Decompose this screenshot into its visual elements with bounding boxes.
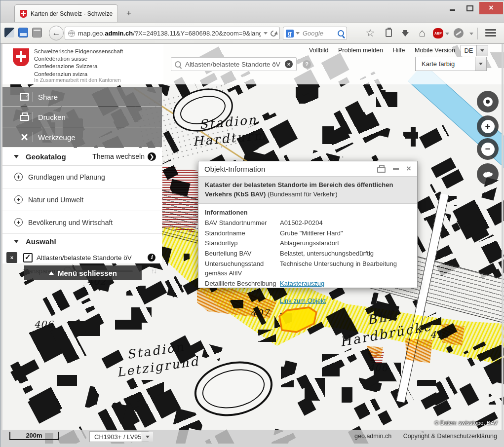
pinned-addon-icon-1[interactable] xyxy=(4,28,14,37)
clipboard-icon xyxy=(386,29,392,37)
adblock-dropdown-icon[interactable] xyxy=(445,33,449,35)
map-elevation-label: 406 xyxy=(34,319,53,330)
layer-info-icon[interactable]: i xyxy=(148,254,155,261)
auswahl-header[interactable]: Auswahl xyxy=(0,234,162,249)
geolocation-button[interactable] xyxy=(477,91,499,112)
chevron-down-icon xyxy=(14,155,19,158)
window-frame xyxy=(502,44,504,447)
reload-icon[interactable] xyxy=(270,29,278,37)
print-icon[interactable] xyxy=(377,167,386,173)
popup-title: Objekt-Information xyxy=(204,165,265,173)
google-icon[interactable]: g xyxy=(286,30,294,37)
link-hilfe[interactable]: Hilfe xyxy=(393,47,405,54)
tools-icon xyxy=(17,133,32,141)
page-content: StadionHardturm Bhf. Hardbrücke StadionL… xyxy=(0,44,504,444)
info-row: StandortnameGrube "Mittlerer Hard" xyxy=(205,229,411,238)
share-button[interactable]: → Share xyxy=(0,87,162,107)
link-zum-objekt-link[interactable]: Link zum Objekt xyxy=(280,297,326,304)
close-icon[interactable]: × xyxy=(406,165,411,173)
search-clear-icon[interactable]: × xyxy=(285,60,293,68)
info-row: Beurteilung BAVBelastet, untersuchungsbe… xyxy=(205,249,411,259)
catalog-item-grundlagen[interactable]: + Grundlagen und Planung xyxy=(0,166,162,188)
catalog-item-natur[interactable]: + Natur und Umwelt xyxy=(0,188,162,211)
catalog-item-bevoelkerung[interactable]: + Bevölkerung und Wirtschaft xyxy=(0,211,162,234)
search-engine-dropdown-icon[interactable] xyxy=(296,32,300,35)
minimize-icon[interactable] xyxy=(393,168,399,170)
toolbar-overflow-dropdown-icon[interactable] xyxy=(469,33,473,35)
downloads-icon[interactable] xyxy=(398,27,412,39)
window-maximize-button[interactable] xyxy=(462,2,478,14)
browser-window: Karten der Schweiz - Schweize... + × ← m… xyxy=(0,0,504,447)
search-magnifier-icon[interactable] xyxy=(338,30,344,37)
url-text[interactable]: map.geo.admin.ch/?X=249138.11&Y=680698.2… xyxy=(78,30,261,37)
zoom-out-button[interactable]: − xyxy=(477,138,499,160)
share-label: Share xyxy=(38,93,58,101)
web-search-input[interactable] xyxy=(302,29,336,37)
info-row: Link zum Objekt xyxy=(205,297,411,306)
browser-tab[interactable]: Karten der Schweiz - Schweize... xyxy=(14,4,118,22)
back-button[interactable]: ← xyxy=(49,26,64,40)
search-icon xyxy=(175,61,181,68)
arrow-right-icon: ❯ xyxy=(148,152,156,161)
chevron-down-icon xyxy=(142,432,153,442)
close-menu-button[interactable]: Menü schliessen xyxy=(24,265,142,280)
locate-icon xyxy=(483,97,493,107)
print-button[interactable]: Drucken xyxy=(0,107,162,127)
url-dropdown-icon[interactable] xyxy=(264,32,268,35)
expand-plus-icon[interactable]: + xyxy=(14,195,23,204)
print-label: Drucken xyxy=(38,113,66,121)
new-tab-button[interactable]: + xyxy=(122,7,135,19)
tools-button[interactable]: Werkzeuge xyxy=(0,127,162,147)
active-layer-row: × Altlasten/belastete Standorte öV i xyxy=(0,251,162,264)
geoadmin-link[interactable]: geo.admin.ch xyxy=(354,433,391,440)
expand-plus-icon[interactable]: + xyxy=(14,173,23,181)
map-search-field[interactable]: × xyxy=(171,57,297,71)
search-engine-bar[interactable]: g xyxy=(283,27,347,40)
menu-hamburger-icon[interactable] xyxy=(485,29,496,38)
map-style-select[interactable]: Karte farbig xyxy=(415,57,487,71)
search-help-icon[interactable]: ? xyxy=(303,60,311,69)
link-problem-melden[interactable]: Problem melden xyxy=(338,47,383,54)
informationen-heading: Informationen xyxy=(205,209,411,216)
projection-select[interactable]: CH1903+ / LV95 xyxy=(89,431,149,442)
minus-icon: − xyxy=(481,143,495,156)
language-select[interactable]: DE xyxy=(461,45,488,56)
info-row: Detaillierte Beschreibung Katasterauszug xyxy=(205,279,411,289)
scale-bar: 200m xyxy=(9,432,59,440)
adblock-icon[interactable]: ABP xyxy=(433,28,443,38)
layer-catalog-panel: Geokatalog Thema wechseln ❯ + Grundlagen… xyxy=(0,148,162,263)
extension-icon[interactable] xyxy=(454,28,464,38)
object-information-popup: Objekt-Information × Kataster der belast… xyxy=(198,161,418,288)
window-minimize-button[interactable] xyxy=(444,2,461,14)
cantons-cooperation-text: In Zusammenarbeit mit den Kantonen xyxy=(34,77,121,83)
remove-layer-button[interactable]: × xyxy=(6,252,17,263)
thema-wechseln-link[interactable]: Thema wechseln ❯ xyxy=(92,152,156,161)
bookmark-star-icon[interactable]: ☆ xyxy=(363,27,377,39)
geokatalog-header[interactable]: Geokatalog Thema wechseln ❯ xyxy=(0,148,162,166)
popup-body: Informationen BAV StandortnummerA01502-P… xyxy=(198,204,417,312)
info-row: BAV StandortnummerA01502-P0204 xyxy=(205,219,411,228)
footer-links: geo.admin.ch Copyright & Datenschutzerkl… xyxy=(345,433,497,440)
info-row: Untersuchungsstand gemäss AltlVTechnisch… xyxy=(205,260,411,278)
copyright-link[interactable]: Copyright & Datenschutzerklärung xyxy=(403,433,497,440)
layer-checkbox[interactable] xyxy=(23,253,33,262)
site-globe-icon xyxy=(68,30,75,37)
map-search-input[interactable] xyxy=(184,60,282,69)
zoom-in-button[interactable]: + xyxy=(477,115,499,137)
map-attribution: © Daten: swisstopo, BAV xyxy=(434,420,498,426)
window-close-button[interactable]: × xyxy=(479,2,503,14)
popup-header[interactable]: Objekt-Information × xyxy=(198,161,417,176)
pinned-addon-icon-2[interactable] xyxy=(18,28,28,37)
expand-plus-icon[interactable]: + xyxy=(14,218,23,226)
link-mobile-version[interactable]: Mobile Version xyxy=(415,47,455,54)
layer-reorder-arrows[interactable]: ↑↓ xyxy=(151,267,156,275)
pinned-addon-icon-3[interactable] xyxy=(32,28,42,37)
toolbar-divider xyxy=(477,28,478,39)
switzerland-overview-button[interactable] xyxy=(477,163,499,185)
bookmarks-menu-icon[interactable] xyxy=(382,27,395,39)
home-icon[interactable]: ⌂ xyxy=(415,27,429,39)
url-bar[interactable]: map.geo.admin.ch/?X=249138.11&Y=680698.2… xyxy=(65,27,280,40)
window-frame xyxy=(0,444,504,447)
link-vollbild[interactable]: Vollbild xyxy=(309,47,329,54)
katasterauszug-link[interactable]: Katasterauszug xyxy=(280,280,324,287)
